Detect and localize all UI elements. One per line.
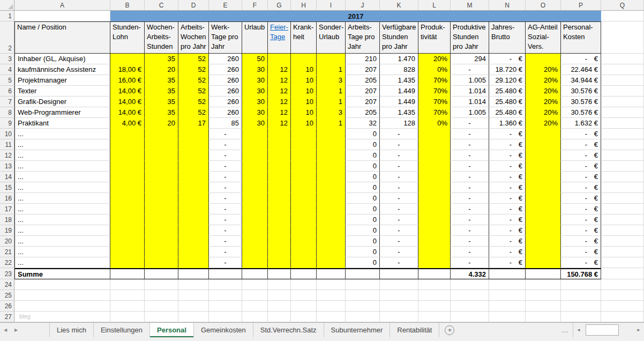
cell-F7[interactable]: 30 (242, 97, 268, 107)
cell-F8[interactable]: 30 (242, 107, 268, 118)
cell-D21[interactable] (178, 247, 209, 257)
cell-F11[interactable] (242, 139, 268, 150)
cell-H21[interactable] (291, 247, 317, 257)
cell-D6[interactable]: 52 (178, 86, 209, 97)
cell-E8[interactable]: 260 (209, 107, 242, 118)
column-header-B[interactable]: B (110, 0, 145, 11)
cell-H15[interactable] (291, 182, 317, 193)
cell-M4[interactable]: - (451, 64, 489, 75)
cell-L4[interactable]: 0% (418, 64, 451, 75)
cell-D22[interactable] (178, 257, 209, 268)
cell-D7[interactable]: 52 (178, 97, 209, 107)
column-header-Q[interactable]: Q (601, 0, 644, 11)
cell-N22[interactable]: -€ (489, 257, 526, 268)
cell-K10[interactable]: - (380, 129, 418, 139)
row-header-4[interactable]: 4 (0, 64, 14, 75)
cell-J14[interactable]: 0 (346, 172, 380, 182)
cell-G15[interactable] (268, 182, 291, 193)
cell-I10[interactable] (317, 129, 346, 139)
cell-J12[interactable]: 0 (346, 150, 380, 161)
cell-H17[interactable] (291, 204, 317, 214)
cell-A21[interactable]: ... (14, 247, 110, 257)
tab-overflow-icon[interactable]: … (557, 323, 573, 337)
cell-E16[interactable]: - (209, 193, 242, 204)
cell-G4[interactable]: 12 (268, 64, 291, 75)
cell-C17[interactable] (145, 204, 178, 214)
cell-L21[interactable] (418, 247, 451, 257)
cell-M16[interactable]: - (451, 193, 489, 204)
row-header-14[interactable]: 14 (0, 172, 14, 182)
cell-N17[interactable]: -€ (489, 204, 526, 214)
cell-I8[interactable]: 3 (317, 107, 346, 118)
cell-M2[interactable]: Produktive Stunden pro Jahr (451, 21, 489, 54)
cell-B23[interactable] (110, 268, 145, 279)
cell-B15[interactable] (110, 182, 145, 193)
cell-K23[interactable] (380, 268, 418, 279)
cell-K17[interactable]: - (380, 204, 418, 214)
column-header-K[interactable]: K (380, 0, 418, 11)
cell-E9[interactable]: 85 (209, 118, 242, 129)
cell-C16[interactable] (145, 193, 178, 204)
cell-A16[interactable]: ... (14, 193, 110, 204)
cell-L7[interactable]: 70% (418, 97, 451, 107)
cell-F20[interactable] (242, 236, 268, 247)
cell-H18[interactable] (291, 214, 317, 225)
cell-N20[interactable]: -€ (489, 236, 526, 247)
cell-K15[interactable]: - (380, 182, 418, 193)
cell-L8[interactable]: 70% (418, 107, 451, 118)
cell-P2[interactable]: Personal- Kosten (561, 21, 601, 54)
cell-E5[interactable]: 260 (209, 75, 242, 86)
cell-G2[interactable]: Feier- Tage (268, 21, 291, 54)
cell-O2[interactable]: AG-Anteil Sozial- Vers. (526, 21, 561, 54)
cell-P22[interactable]: -€ (561, 257, 601, 268)
cell-P20[interactable]: -€ (561, 236, 601, 247)
cell-H13[interactable] (291, 161, 317, 172)
cell-P7[interactable]: 30.576 € (561, 97, 601, 107)
column-header-A[interactable]: A (14, 0, 110, 11)
cell-E12[interactable]: - (209, 150, 242, 161)
cell-A12[interactable]: ... (14, 150, 110, 161)
cell-J18[interactable]: 0 (346, 214, 380, 225)
cell-I19[interactable] (317, 225, 346, 236)
cell-K21[interactable]: - (380, 247, 418, 257)
cell-J9[interactable]: 32 (346, 118, 380, 129)
tab-scroll-right-icon[interactable]: ▶ (11, 323, 21, 337)
cell-M19[interactable]: - (451, 225, 489, 236)
cell-J10[interactable]: 0 (346, 129, 380, 139)
cell-O16[interactable] (526, 193, 561, 204)
cell-G21[interactable] (268, 247, 291, 257)
cell-G6[interactable]: 12 (268, 86, 291, 97)
column-header-D[interactable]: D (178, 0, 209, 11)
cell-I13[interactable] (317, 161, 346, 172)
cell-M8[interactable]: 1.005 (451, 107, 489, 118)
cell-N6[interactable]: 25.480 € (489, 86, 526, 97)
cell-F4[interactable]: 30 (242, 64, 268, 75)
cell-C3[interactable]: 35 (145, 54, 178, 64)
tab-einstellungen[interactable]: Einstellungen (94, 323, 150, 337)
row-header-19[interactable]: 19 (0, 225, 14, 236)
cell-B20[interactable] (110, 236, 145, 247)
cell-E17[interactable]: - (209, 204, 242, 214)
cell-K2[interactable]: Verfügbare Stunden pro Jahr (380, 21, 418, 54)
cell-D18[interactable] (178, 214, 209, 225)
cell-N23[interactable] (489, 268, 526, 279)
cell-K5[interactable]: 1.435 (380, 75, 418, 86)
cell-A22[interactable]: ... (14, 257, 110, 268)
cell-G17[interactable] (268, 204, 291, 214)
cell-E22[interactable]: - (209, 257, 242, 268)
cell-L14[interactable] (418, 172, 451, 182)
cell-P11[interactable]: -€ (561, 139, 601, 150)
cell-O14[interactable] (526, 172, 561, 182)
cell-N15[interactable]: -€ (489, 182, 526, 193)
cell-G14[interactable] (268, 172, 291, 182)
cell-L22[interactable] (418, 257, 451, 268)
cell-C2[interactable]: Wochen- Arbeits- Stunden (145, 21, 178, 54)
column-header-P[interactable]: P (561, 0, 601, 11)
cell-B21[interactable] (110, 247, 145, 257)
cell-B3[interactable] (110, 54, 145, 64)
cell-B19[interactable] (110, 225, 145, 236)
cell-H22[interactable] (291, 257, 317, 268)
cell-J6[interactable]: 207 (346, 86, 380, 97)
cell-A5[interactable]: Projektmanager (14, 75, 110, 86)
cell-P10[interactable]: -€ (561, 129, 601, 139)
